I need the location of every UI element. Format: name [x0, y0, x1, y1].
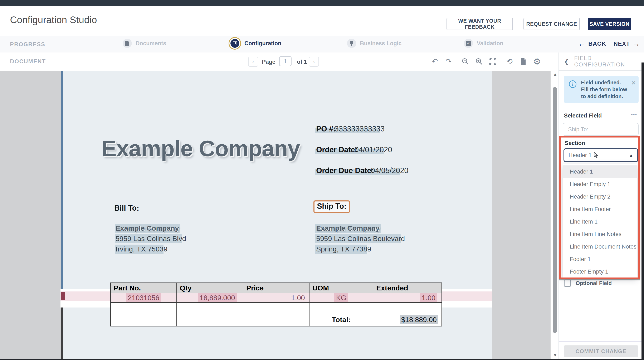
step-validation-label: Validation — [477, 40, 504, 47]
ship-to-address[interactable]: Example Company 5959 Las Colinas Bouleva… — [315, 223, 405, 254]
po-value: 33333333333 — [334, 125, 380, 133]
history-icon[interactable]: ⟲ — [504, 56, 515, 67]
bill-to-label[interactable]: Bill To: — [114, 204, 139, 213]
scroll-up-icon[interactable]: ▲ — [553, 72, 558, 77]
order-due-date-value: 04/05/20 — [371, 166, 400, 175]
optional-field-label: Optional Field — [576, 280, 612, 287]
section-select[interactable]: Header 1 ▲ — [564, 148, 638, 162]
panel-header: ❮ FIELD CONFIGURATION — [558, 52, 644, 71]
section-option-line-item-footer[interactable]: Line Item Footer — [563, 203, 637, 215]
optional-field-row[interactable]: Optional Field — [564, 280, 612, 287]
commit-change-button[interactable]: COMMIT CHANGE — [564, 346, 638, 357]
document-viewport: Example Company PO #:333333333333 Order … — [0, 71, 558, 360]
progress-label: PROGRESS — [10, 41, 45, 48]
zoom-out-icon[interactable] — [460, 56, 471, 67]
table-row-empty[interactable] — [111, 303, 442, 313]
ship-to-selected-field[interactable]: Ship To: — [314, 200, 350, 213]
section-option-footer-1[interactable]: Footer 1 — [563, 253, 637, 265]
configuration-step-icon — [228, 37, 241, 49]
row-band-marker — [61, 292, 65, 300]
col-header-qty: Qty — [177, 283, 244, 293]
chevron-right-icon: › — [313, 58, 315, 65]
ship-to-street-tail: d — [401, 235, 405, 243]
info-icon: i — [569, 80, 576, 88]
more-options-icon[interactable]: ••• — [631, 112, 637, 117]
scroll-down-icon[interactable]: ▼ — [553, 353, 558, 358]
zoom-in-icon[interactable] — [474, 56, 485, 67]
section-option-line-item-document-notes[interactable]: Line Item Document Notes — [563, 240, 637, 253]
ship-to-label: Ship To: — [317, 202, 346, 210]
step-configuration[interactable]: Configuration — [228, 35, 281, 51]
cell-uom: KG — [310, 293, 373, 302]
feedback-button[interactable]: WE WANT YOUR FEEDBACK — [446, 18, 513, 30]
window-top-bar — [0, 0, 644, 6]
order-date-field[interactable]: Order Date:04/01/2020 — [315, 145, 392, 154]
section-dropdown-menu: Header 1 Header Empty 1 Header Empty 2 L… — [563, 164, 637, 278]
section-option-footer-empty-1[interactable]: Footer Empty 1 — [563, 265, 637, 278]
cell-price: 1.00 — [244, 293, 310, 302]
scrollbar-thumb[interactable] — [553, 87, 557, 333]
file-icon[interactable] — [518, 56, 529, 67]
section-option-line-item-line-notes[interactable]: Line Item Line Notes — [563, 228, 637, 240]
line-item-table: Part No. Qty Price UOM Extended 21031056… — [110, 283, 442, 327]
next-arrow-icon: → — [633, 39, 640, 48]
bill-to-address[interactable]: Example Company 5959 Las Colinas Blvd Ir… — [115, 223, 186, 254]
bill-to-street: 5959 Las Colinas Blv — [115, 234, 182, 243]
col-header-price: Price — [244, 283, 310, 293]
previous-page-button[interactable]: ‹ — [248, 57, 258, 67]
section-option-header-empty-2[interactable]: Header Empty 2 — [563, 190, 637, 203]
page-label: Page — [262, 59, 276, 65]
table-total-row: Total: $18,889.00 — [111, 313, 442, 326]
table-row[interactable]: 21031056 18,889.000 1.00 KG 1.00 — [111, 293, 442, 303]
save-version-button[interactable]: SAVE VERSION — [588, 18, 631, 30]
next-page-button[interactable]: › — [309, 57, 319, 67]
section-option-header-1[interactable]: Header 1 — [563, 165, 637, 178]
undo-icon[interactable]: ↶ — [429, 56, 440, 67]
documents-step-icon — [123, 39, 132, 48]
col-header-extended: Extended — [373, 283, 440, 293]
redo-icon[interactable]: ↷ — [443, 56, 454, 67]
panel-scrollbar[interactable] — [642, 62, 644, 360]
step-validation[interactable]: ✓ Validation — [464, 37, 504, 50]
panel-footer-divider — [559, 341, 642, 342]
business-logic-step-icon — [347, 39, 356, 48]
app-header: Configuration Studio WE WANT YOUR FEEDBA… — [0, 6, 644, 36]
bill-to-company: Example Company — [115, 224, 180, 233]
order-due-date-field[interactable]: Order Due Date:04/05/2020 — [315, 166, 408, 175]
cell-extended: 1.00 — [373, 293, 440, 302]
panel-collapse-chevron-icon[interactable]: ❮ — [564, 58, 569, 65]
po-number-field[interactable]: PO #:333333333333 — [315, 125, 384, 133]
section-label: Section — [565, 140, 585, 146]
step-documents[interactable]: Documents — [123, 37, 166, 50]
ship-to-city-tail: 9 — [367, 245, 371, 253]
panel-header-title: FIELD CONFIGURATION — [574, 55, 644, 68]
selected-field-input[interactable] — [563, 123, 638, 136]
optional-field-checkbox[interactable] — [564, 280, 571, 287]
section-option-header-empty-1[interactable]: Header Empty 1 — [563, 178, 637, 190]
cursor-icon — [594, 152, 599, 159]
gear-icon[interactable]: ⚙ — [532, 56, 543, 67]
back-button[interactable]: ← BACK — [578, 39, 606, 48]
step-business-logic[interactable]: Business Logic — [347, 37, 402, 50]
info-banner: i Field undefined. Fill the form below t… — [564, 76, 638, 103]
request-change-button[interactable]: REQUEST CHANGE — [524, 18, 580, 30]
cell-qty: 18,889.000 — [177, 293, 244, 302]
section-option-line-item-1[interactable]: Line Item 1 — [563, 215, 637, 228]
cell-part-no: 21031056 — [111, 293, 177, 302]
close-icon[interactable]: ✕ — [631, 80, 636, 86]
order-due-date-value-tail: 20 — [400, 166, 408, 175]
next-button[interactable]: NEXT → — [614, 39, 640, 48]
back-arrow-icon: ← — [578, 39, 586, 48]
page-number-input[interactable] — [279, 56, 292, 66]
page-edge-line — [61, 71, 63, 289]
ship-to-city: Spring, TX 7738 — [315, 245, 367, 254]
caret-up-icon: ▲ — [629, 153, 633, 158]
order-date-label: Order Date: — [316, 145, 358, 154]
page-edge-line-dark — [61, 308, 63, 360]
ship-to-company: Example Company — [315, 224, 381, 233]
ship-to-street: 5959 Las Colinas Boulevar — [315, 234, 401, 243]
document-scrollbar[interactable]: ▲ ▼ — [552, 71, 558, 360]
bill-to-city: Irving, TX 7503 — [115, 245, 164, 254]
chevron-left-icon: ‹ — [252, 58, 254, 65]
fullscreen-icon[interactable] — [487, 56, 498, 67]
